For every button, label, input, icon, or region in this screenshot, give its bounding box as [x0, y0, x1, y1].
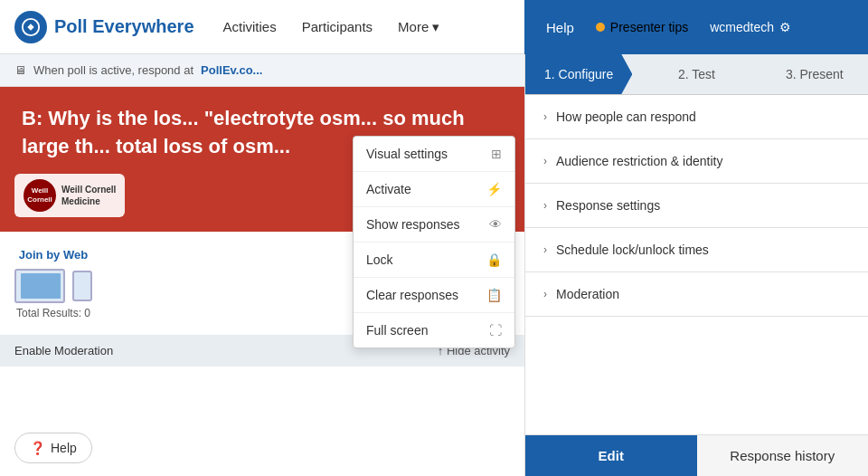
fullscreen-icon: ⛶ — [489, 323, 502, 338]
logo-icon — [14, 11, 47, 43]
respond-bar: 🖥 When poll is active, respond at PollEv… — [0, 54, 524, 87]
accordion-section-moderation: › Moderation — [525, 272, 868, 317]
user-menu[interactable]: wcmedtech ⚙ — [710, 20, 791, 34]
activate-icon: ⚡ — [486, 182, 502, 196]
accordion-schedule[interactable]: › Schedule lock/unlock times — [525, 228, 868, 271]
accordion-how-people[interactable]: › How people can respond — [525, 95, 868, 138]
device-icons — [14, 269, 92, 303]
dropdown-menu: Visual settings ⊞ Activate ⚡ Show respon… — [353, 136, 515, 348]
gear-icon: ⚙ — [779, 20, 791, 34]
accordion-section-audience: › Audience restriction & identity — [525, 139, 868, 184]
help-circle-icon: ❓ — [30, 441, 45, 455]
nav-links: Activities Participants More ▾ — [223, 19, 440, 35]
phone-icon — [72, 271, 92, 301]
nav-activities[interactable]: Activities — [223, 19, 277, 35]
dropdown-fullscreen[interactable]: Full screen ⛶ — [354, 313, 514, 347]
eye-icon: 👁 — [489, 217, 502, 232]
join-web: Join by Web Total Results: 0 — [14, 248, 92, 319]
accordion-section-response: › Response settings — [525, 184, 868, 228]
help-button[interactable]: ❓ Help — [14, 433, 92, 463]
response-history-button[interactable]: Response history — [697, 435, 869, 476]
dropdown-lock[interactable]: Lock 🔒 — [354, 243, 514, 278]
clipboard-icon: 📋 — [486, 288, 502, 302]
weill-badge: Weill Cornell Weill CornellMedicine — [14, 174, 125, 217]
accordion-section-how-people: › How people can respond — [525, 95, 868, 139]
logo-area: Poll Everywhere — [14, 11, 194, 43]
dropdown-show-responses[interactable]: Show responses 👁 — [354, 207, 514, 243]
accordion-response[interactable]: › Response settings — [525, 184, 868, 227]
accordion-audience[interactable]: › Audience restriction & identity — [525, 139, 868, 183]
chevron-right-icon: › — [543, 110, 547, 123]
monitor-icon: 🖥 — [14, 63, 26, 77]
left-panel: 🖥 When poll is active, respond at PollEv… — [0, 54, 524, 476]
dropdown-visual-settings[interactable]: Visual settings ⊞ — [354, 137, 514, 172]
chevron-right-icon: › — [543, 243, 547, 256]
nav-participants[interactable]: Participants — [302, 19, 373, 35]
laptop-icon — [14, 269, 65, 303]
lock-icon: 🔒 — [486, 252, 502, 267]
laptop-screen — [21, 273, 61, 299]
dropdown-clear-responses[interactable]: Clear responses 📋 — [354, 278, 514, 313]
weill-text: Weill CornellMedicine — [61, 184, 116, 207]
logo-text: Poll Everywhere — [54, 16, 194, 37]
tab-configure[interactable]: 1. Configure — [525, 54, 632, 94]
panel-bottom: Edit Response history — [525, 434, 868, 476]
nav-more[interactable]: More ▾ — [398, 19, 439, 35]
tab-test[interactable]: 2. Test — [632, 54, 750, 94]
chevron-right-icon: › — [543, 155, 547, 167]
accordion-section-schedule: › Schedule lock/unlock times — [525, 228, 868, 272]
tip-dot-icon — [596, 23, 605, 32]
presenter-tips[interactable]: Presenter tips — [596, 20, 688, 34]
chevron-right-icon: › — [543, 288, 547, 300]
visual-settings-icon: ⊞ — [491, 147, 502, 161]
config-tabs: 1. Configure 2. Test 3. Present — [525, 54, 868, 95]
chevron-down-icon: ▾ — [432, 19, 439, 35]
dropdown-activate[interactable]: Activate ⚡ — [354, 172, 514, 207]
edit-button[interactable]: Edit — [525, 435, 697, 476]
help-nav-link[interactable]: Help — [546, 20, 574, 35]
weill-logo-icon: Weill Cornell — [24, 179, 56, 212]
enable-moderation-link[interactable]: Enable Moderation — [14, 344, 113, 357]
accordion-moderation[interactable]: › Moderation — [525, 272, 868, 316]
tab-present[interactable]: 3. Present — [750, 54, 868, 94]
chevron-right-icon: › — [543, 199, 547, 212]
right-panel: 1. Configure 2. Test 3. Present › How pe… — [524, 54, 868, 476]
